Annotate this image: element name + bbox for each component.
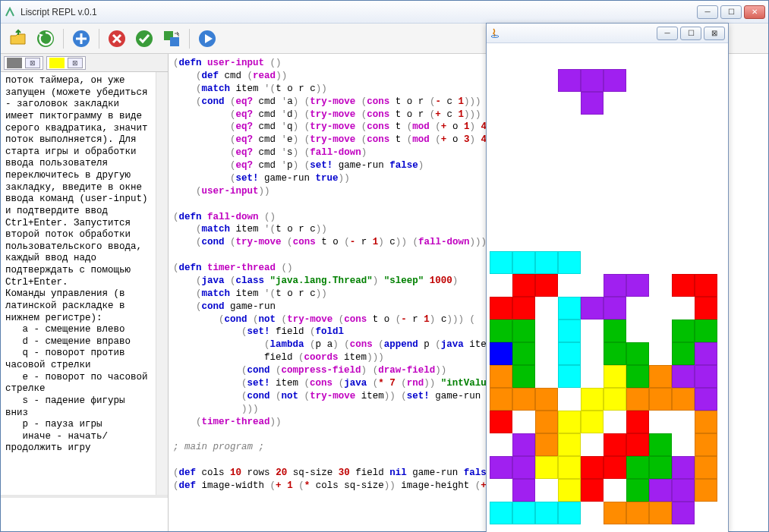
tetris-cell [512,274,535,297]
left-tab-1[interactable]: ⊠ [4,56,43,70]
swap-button[interactable] [160,27,183,50]
tetris-cell [649,502,672,524]
tetris-cell [626,502,649,524]
tetris-cell [558,297,581,320]
ok-button[interactable] [133,27,156,50]
tetris-cell [604,297,626,320]
tetris-cell [695,388,717,411]
add-button[interactable] [70,27,93,50]
tetris-cell [512,297,535,320]
tetris-cell [581,297,604,320]
tetris-cell [512,342,535,365]
main-titlebar[interactable]: Liscript REPL v.0.1 ─ ☐ ✕ [1,1,768,24]
tetris-cell [535,388,558,411]
tetris-cell [672,320,695,342]
tetris-cell [490,388,512,411]
tetris-cell [535,411,558,433]
tetris-cell [649,365,672,388]
left-text-area[interactable]: поток таймера, он уже запущен (можете уб… [1,72,156,495]
tetris-cell [535,251,558,274]
svg-point-7 [491,35,499,37]
tetris-maximize-button[interactable]: ☐ [680,27,701,40]
tetris-canvas [487,43,728,532]
left-input-area[interactable] [1,495,168,531]
minimize-button[interactable]: ─ [697,5,718,19]
tetris-cell [626,433,649,456]
tetris-cell [490,342,512,365]
tetris-cell [604,433,626,456]
tetris-cell [695,456,717,479]
window-buttons: ─ ☐ ✕ [697,5,765,19]
scrollbar[interactable] [156,72,168,495]
tetris-cell [490,411,512,433]
tetris-cell [604,69,626,92]
tetris-cell [581,456,604,479]
toolbar-divider [63,29,64,49]
tetris-cell [512,502,535,524]
tetris-cell [672,479,695,502]
tetris-cell [604,274,626,297]
tab-close-icon[interactable]: ⊠ [25,58,40,68]
tab-close-icon[interactable]: ⊠ [68,58,83,68]
open-file-button[interactable] [7,27,30,50]
run-button[interactable] [196,27,219,50]
tetris-titlebar[interactable]: ─ ☐ ⊠ [487,24,728,43]
tab-swatch-icon [49,58,65,68]
tab-swatch-icon [7,58,22,68]
tetris-window[interactable]: ─ ☐ ⊠ [486,23,729,532]
tetris-cell [672,274,695,297]
tetris-cell [558,320,581,342]
tetris-cell [695,411,717,433]
tetris-cell [490,320,512,342]
tetris-cell [581,388,604,411]
tetris-cell [604,365,626,388]
tetris-cell [581,92,604,115]
tetris-cell [695,479,717,502]
tetris-cell [535,274,558,297]
tetris-cell [512,456,535,479]
tetris-cell [490,456,512,479]
left-tab-strip: ⊠ ⊠ [1,54,168,72]
svg-rect-5 [170,37,179,46]
tetris-cell [512,251,535,274]
tetris-cell [604,502,626,524]
tetris-cell [558,251,581,274]
stop-button[interactable] [106,27,128,50]
tetris-cell [695,320,717,342]
tetris-cell [672,388,695,411]
tetris-cell [626,479,649,502]
tetris-cell [558,502,581,524]
main-title: Liscript REPL v.0.1 [20,7,697,17]
app-icon [4,6,16,18]
maximize-button[interactable]: ☐ [720,5,742,19]
tetris-close-button[interactable]: ⊠ [704,27,725,40]
java-icon [490,27,502,39]
tetris-cell [649,456,672,479]
tetris-cell [558,479,581,502]
tetris-cell [672,456,695,479]
tetris-minimize-button[interactable]: ─ [657,27,678,40]
tetris-cell [490,251,512,274]
tetris-cell [581,69,604,92]
tetris-cell [512,320,535,342]
refresh-button[interactable] [34,27,57,50]
tetris-cell [649,479,672,502]
tetris-cell [558,342,581,365]
tetris-cell [695,365,717,388]
tetris-cell [535,502,558,524]
tetris-window-buttons: ─ ☐ ⊠ [657,27,725,40]
tetris-cell [558,411,581,433]
tetris-cell [512,433,535,456]
tetris-cell [695,297,717,320]
tetris-cell [695,433,717,456]
left-tab-2[interactable]: ⊠ [46,56,86,70]
tetris-cell [672,502,695,524]
tetris-cell [581,479,604,502]
tetris-cell [649,388,672,411]
tetris-cell [672,342,695,365]
tetris-cell [649,433,672,456]
tetris-cell [604,388,626,411]
close-button[interactable]: ✕ [744,5,765,19]
tetris-cell [626,388,649,411]
tetris-cell [626,456,649,479]
